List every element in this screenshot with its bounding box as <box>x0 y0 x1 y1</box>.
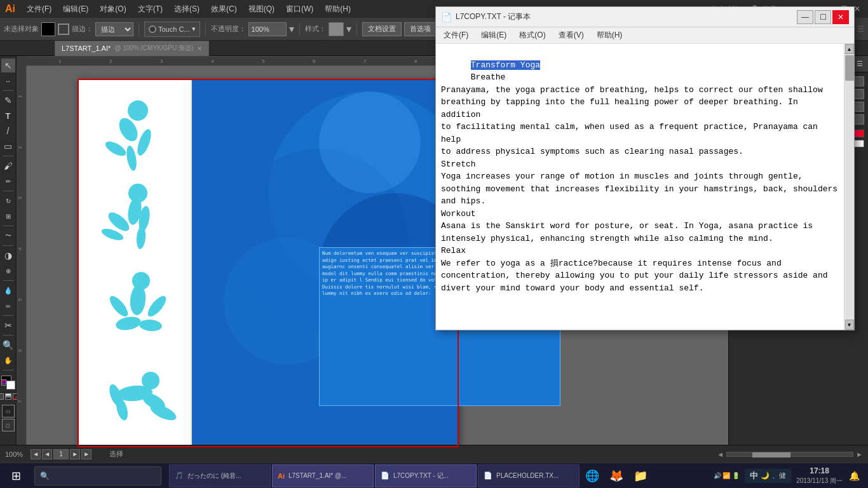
ai-app-label: L7START_1.AI* @... <box>288 472 346 479</box>
tool-pen[interactable]: ✎ <box>1 93 15 107</box>
svg-text:8: 8 <box>414 58 417 64</box>
tool-hand[interactable]: ✋ <box>1 353 15 367</box>
color-boxes[interactable] <box>1 376 15 390</box>
doc-tab-info: @ 100% (CMYK/GPU 预选) <box>114 44 193 53</box>
notepad1-icon: 📄 <box>381 471 390 480</box>
scroll-left-btn[interactable]: ◄ <box>717 451 724 458</box>
menu-window[interactable]: 窗口(W) <box>281 3 318 16</box>
taskbar-start-btn[interactable]: ⊞ <box>0 463 32 489</box>
touch-button[interactable]: Touch C... ▾ <box>144 22 200 37</box>
np-menu-format[interactable]: 格式(O) <box>514 29 550 42</box>
tool-paintbrush[interactable]: 🖌 <box>1 159 15 173</box>
taskbar-app-music[interactable]: 🎵 だったのに (純音... <box>169 464 271 487</box>
notifications-btn[interactable]: 🔔 <box>848 463 860 489</box>
scroll-thumb[interactable] <box>845 55 854 81</box>
notepad-scrollbar[interactable]: ▲ ▼ <box>844 44 854 330</box>
draw-behind[interactable]: ◻ <box>2 419 15 431</box>
canvas-left-white-panel <box>78 79 192 447</box>
h-scroll-thumb[interactable] <box>752 452 790 458</box>
tool-select[interactable]: ↖ <box>1 58 15 72</box>
taskbar-app-illustrator[interactable]: Ai L7START_1.AI* @... <box>272 464 374 487</box>
style-dropdown[interactable]: ▾ <box>346 23 351 35</box>
zoom-next-btn[interactable]: ► <box>70 449 80 459</box>
tool-blend[interactable]: ∞ <box>1 299 15 313</box>
ruler-v-marks: 1 2 3 4 5 6 7 8 9 <box>17 66 27 470</box>
menu-object[interactable]: 对象(O) <box>95 3 131 16</box>
taskbar-folder-icon[interactable]: 📁 <box>629 464 652 487</box>
zoom-level: 100% <box>5 451 23 458</box>
color-mode-gradient[interactable] <box>5 393 11 400</box>
scroll-right-btn[interactable]: ► <box>856 451 863 458</box>
fill-color-swatch[interactable] <box>41 22 55 36</box>
notepad-text-area[interactable]: Transform Yoga Breathe Pranayama, the yo… <box>436 44 844 330</box>
window-close[interactable]: ✕ <box>854 4 860 13</box>
menu-edit[interactable]: 编辑(E) <box>58 3 93 16</box>
stroke-box[interactable] <box>58 24 69 35</box>
doc-tab-active[interactable]: L7START_1.AI* @ 100% (CMYK/GPU 预选) ✕ <box>55 41 209 56</box>
taskbar-app-notepad1[interactable]: 📄 L7COPY.TXT - 记... <box>375 464 477 487</box>
taskbar-app-notepad2[interactable]: 📄 PLACEHOLDER.TX... <box>478 464 580 487</box>
doc-settings-btn[interactable]: 文档设置 <box>362 22 402 36</box>
svg-text:6: 6 <box>17 349 23 352</box>
stroke-indicator <box>58 24 69 35</box>
preferences-btn[interactable]: 首选项 <box>404 22 437 36</box>
scroll-track[interactable] <box>845 54 854 320</box>
tool-rotate[interactable]: ↻ <box>1 194 15 208</box>
np-menu-view[interactable]: 查看(V) <box>553 29 589 42</box>
taskbar-firefox-icon[interactable]: 🦊 <box>605 464 628 487</box>
menu-view[interactable]: 视图(Q) <box>243 3 280 16</box>
tool-line[interactable]: / <box>1 124 15 138</box>
zoom-prev-btn[interactable]: ◄ <box>42 449 52 459</box>
zoom-last-btn[interactable]: ► <box>81 449 92 459</box>
np-menu-help[interactable]: 帮助(H) <box>592 29 628 42</box>
svg-point-27 <box>135 128 154 158</box>
notepad-maximize-btn[interactable]: ☐ <box>815 10 831 24</box>
tool-direct-select[interactable]: ↔ <box>1 74 15 88</box>
tool-eyedropper[interactable]: 💧 <box>1 283 15 297</box>
panel-menu-icon[interactable]: ☰ <box>857 60 863 68</box>
draw-normal[interactable]: ▭ <box>2 405 15 417</box>
menu-effect[interactable]: 效果(C) <box>206 3 242 16</box>
style-swatch[interactable] <box>329 22 344 36</box>
select-label: 选择 <box>109 449 123 459</box>
taskbar-search-box[interactable]: 🔍 <box>34 466 161 485</box>
taskbar-ie-icon[interactable]: 🌐 <box>581 464 604 487</box>
tool-warp[interactable]: 〜 <box>1 229 15 243</box>
menu-text[interactable]: 文字(T) <box>133 3 168 16</box>
menu-help[interactable]: 帮助(H) <box>320 3 356 16</box>
notepad-close-btn[interactable]: ✕ <box>832 10 849 24</box>
menu-select[interactable]: 选择(S) <box>169 3 205 16</box>
opacity-dropdown[interactable]: ▾ <box>289 23 294 35</box>
svg-point-38 <box>145 294 169 320</box>
tool-shape[interactable]: ▭ <box>1 139 15 153</box>
tool-pencil[interactable]: ✏ <box>1 174 15 188</box>
color-mode-color[interactable] <box>0 393 4 400</box>
taskbar-app-list: 🎵 だったのに (純音... Ai L7START_1.AI* @... 📄 L… <box>164 464 706 487</box>
system-clock[interactable]: 17:18 2013/11/13 周一 <box>796 466 843 485</box>
zoom-out-btn[interactable]: ◄ <box>31 449 41 459</box>
notepad-icon: 📄 <box>441 12 452 22</box>
tool-scissors[interactable]: ✂ <box>1 318 15 332</box>
horizontal-scrollbar[interactable] <box>726 452 853 457</box>
svg-text:6: 6 <box>313 58 316 64</box>
ai-document-canvas[interactable]: Num doloreetum ven esequam ver suscipist… <box>78 79 459 447</box>
tool-zoom[interactable]: 🔍 <box>1 338 15 352</box>
opacity-input[interactable] <box>248 22 287 36</box>
scroll-down-btn[interactable]: ▼ <box>845 320 854 330</box>
doc-tab-close[interactable]: ✕ <box>197 45 202 52</box>
scroll-up-btn[interactable]: ▲ <box>845 44 854 54</box>
tool-gradient[interactable]: ◑ <box>1 248 15 262</box>
notepad-minimize-btn[interactable]: — <box>797 10 813 24</box>
np-menu-file[interactable]: 文件(F) <box>438 29 473 42</box>
draw-mode-btn: ▭ ◻ <box>2 405 15 431</box>
page-number-input[interactable] <box>53 449 69 459</box>
tool-mesh[interactable]: ⊕ <box>1 264 15 278</box>
folder-icon: 📁 <box>634 469 648 483</box>
tool-type[interactable]: T <box>1 109 15 123</box>
np-menu-edit[interactable]: 编辑(E) <box>476 29 512 42</box>
ime-bar[interactable]: 中 🌙 、健 <box>745 469 791 483</box>
tool-scale[interactable]: ⊞ <box>1 209 15 223</box>
style-label: 样式： <box>305 24 326 34</box>
menu-file[interactable]: 文件(F) <box>22 3 57 16</box>
stroke-weight-select[interactable]: 描边 <box>95 22 133 36</box>
